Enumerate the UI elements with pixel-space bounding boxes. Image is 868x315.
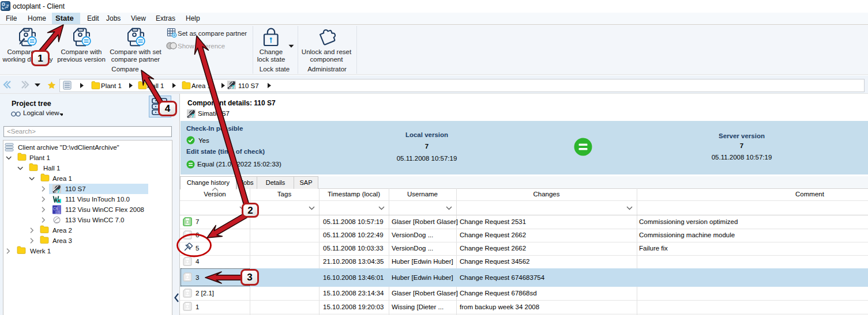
svg-text:7: 7: [191, 112, 194, 118]
svg-text:Plant 1: Plant 1: [101, 82, 122, 89]
svg-text:Area 1: Area 1: [191, 82, 211, 89]
svg-text:ES: ES: [55, 210, 61, 214]
svg-text:110 S7: 110 S7: [238, 82, 259, 89]
svg-text:7: 7: [232, 84, 235, 90]
svg-text:Hall 1: Hall 1: [147, 82, 164, 89]
